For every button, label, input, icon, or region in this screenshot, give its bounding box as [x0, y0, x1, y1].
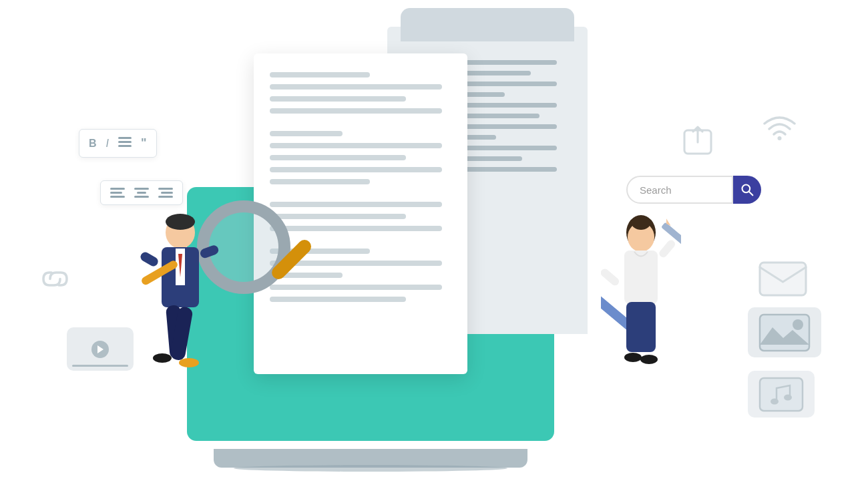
- svg-rect-42: [760, 315, 809, 351]
- doc-line: [270, 155, 406, 160]
- video-icon: [67, 327, 134, 371]
- svg-rect-29: [601, 267, 621, 287]
- music-icon: [748, 371, 815, 418]
- doc-line: [270, 179, 370, 184]
- align-icons: [100, 180, 183, 205]
- doc-line: [270, 167, 442, 172]
- image-icon: [748, 307, 821, 357]
- play-icon: [91, 341, 109, 358]
- list-icon: [118, 137, 132, 150]
- laptop-shadow: [234, 465, 507, 472]
- svg-rect-44: [760, 378, 803, 411]
- svg-rect-11: [118, 145, 132, 147]
- svg-rect-19: [199, 244, 220, 259]
- doc-line: [270, 84, 442, 90]
- svg-point-35: [624, 353, 642, 362]
- svg-point-39: [778, 136, 782, 140]
- align-right-icon: [158, 188, 173, 198]
- svg-point-45: [771, 398, 779, 404]
- svg-rect-9: [118, 137, 132, 139]
- svg-point-36: [640, 355, 658, 364]
- person-right: [601, 214, 681, 390]
- align-center-icon: [134, 188, 149, 198]
- search-button[interactable]: [733, 176, 761, 204]
- svg-rect-18: [139, 251, 160, 268]
- search-placeholder: Search: [640, 184, 672, 196]
- svg-rect-31: [658, 238, 676, 259]
- search-bar[interactable]: Search: [626, 176, 761, 204]
- scene: B I ": [0, 0, 868, 489]
- svg-point-14: [166, 214, 195, 230]
- align-left-icon: [110, 188, 125, 198]
- doc-line: [270, 131, 343, 136]
- svg-point-27: [632, 216, 650, 230]
- svg-point-46: [784, 394, 792, 400]
- italic-icon: I: [106, 138, 109, 150]
- svg-rect-34: [626, 302, 656, 352]
- toolbar-icons: B I ": [79, 129, 157, 158]
- person-left: [134, 207, 220, 397]
- doc-line: [270, 108, 442, 114]
- svg-rect-28: [624, 251, 658, 304]
- link-icon: [37, 267, 73, 293]
- doc-line: [270, 143, 442, 148]
- doc-line: [270, 72, 370, 77]
- svg-point-43: [793, 319, 803, 330]
- email-icon: [758, 261, 808, 300]
- svg-marker-12: [97, 345, 103, 353]
- bold-icon: B: [89, 138, 97, 150]
- quote-icon: ": [141, 136, 147, 150]
- svg-line-38: [749, 192, 753, 196]
- svg-point-23: [153, 353, 172, 363]
- svg-point-24: [179, 358, 199, 367]
- wifi-icon: [761, 110, 798, 143]
- svg-rect-10: [118, 141, 132, 143]
- search-input-wrap: Search: [626, 176, 733, 204]
- doc-line: [270, 96, 406, 102]
- share-icon: [681, 124, 714, 160]
- svg-rect-41: [760, 263, 806, 295]
